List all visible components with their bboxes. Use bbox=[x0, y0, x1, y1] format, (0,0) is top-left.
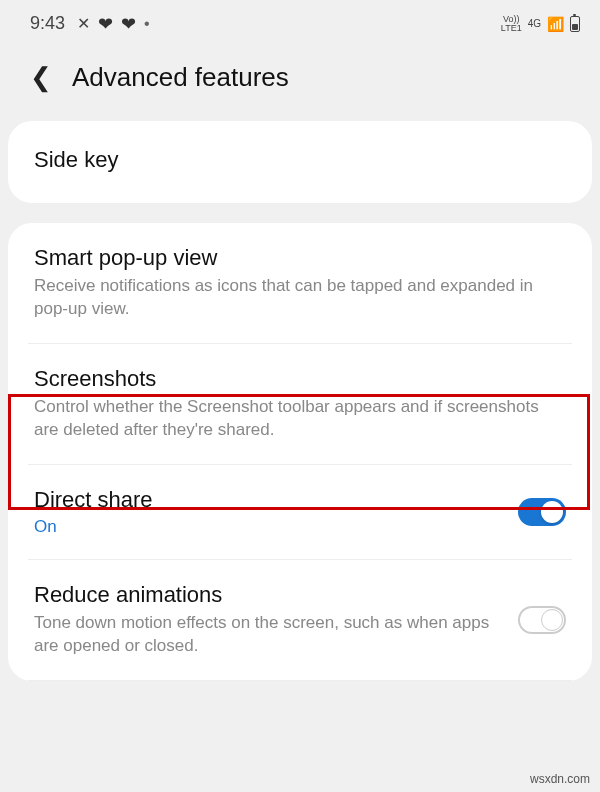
direct-share-item[interactable]: Direct share On bbox=[8, 465, 592, 559]
status-bar: 9:43 ✕ ❤ ❤ • Vo)) LTE1 4G 📶 bbox=[0, 0, 600, 42]
app-header: ❮ Advanced features bbox=[0, 42, 600, 121]
network-type: 4G bbox=[528, 18, 541, 29]
heart-icon: ❤ bbox=[121, 13, 136, 35]
smart-popup-item[interactable]: Smart pop-up view Receive notifications … bbox=[8, 223, 592, 343]
reduce-animations-item[interactable]: Reduce animations Tone down motion effec… bbox=[8, 560, 592, 680]
item-desc: Tone down motion effects on the screen, … bbox=[34, 612, 502, 658]
divider bbox=[28, 680, 572, 681]
signal-icon: 📶 bbox=[547, 16, 564, 32]
settings-card: Smart pop-up view Receive notifications … bbox=[8, 223, 592, 681]
reduce-animations-toggle[interactable] bbox=[518, 606, 566, 634]
item-status: On bbox=[34, 517, 502, 537]
battery-icon bbox=[570, 16, 580, 32]
status-left: 9:43 ✕ ❤ ❤ • bbox=[30, 13, 150, 35]
status-right: Vo)) LTE1 4G 📶 bbox=[501, 15, 580, 33]
volte-icon: Vo)) LTE1 bbox=[501, 15, 522, 33]
item-title: Screenshots bbox=[34, 366, 566, 392]
back-button[interactable]: ❮ bbox=[30, 62, 52, 93]
direct-share-toggle[interactable] bbox=[518, 498, 566, 526]
x-icon: ✕ bbox=[77, 14, 90, 33]
page-title: Advanced features bbox=[72, 62, 289, 93]
heart-icon: ❤ bbox=[98, 13, 113, 35]
item-title: Smart pop-up view bbox=[34, 245, 566, 271]
item-desc: Receive notifications as icons that can … bbox=[34, 275, 566, 321]
screenshots-item[interactable]: Screenshots Control whether the Screensh… bbox=[8, 344, 592, 464]
more-icon: • bbox=[144, 15, 150, 33]
item-desc: Control whether the Screenshot toolbar a… bbox=[34, 396, 566, 442]
item-title: Reduce animations bbox=[34, 582, 502, 608]
clock: 9:43 bbox=[30, 13, 65, 34]
sidekey-card[interactable]: Side key bbox=[8, 121, 592, 203]
sidekey-title: Side key bbox=[34, 147, 566, 173]
item-title: Direct share bbox=[34, 487, 502, 513]
watermark: wsxdn.com bbox=[530, 772, 590, 786]
